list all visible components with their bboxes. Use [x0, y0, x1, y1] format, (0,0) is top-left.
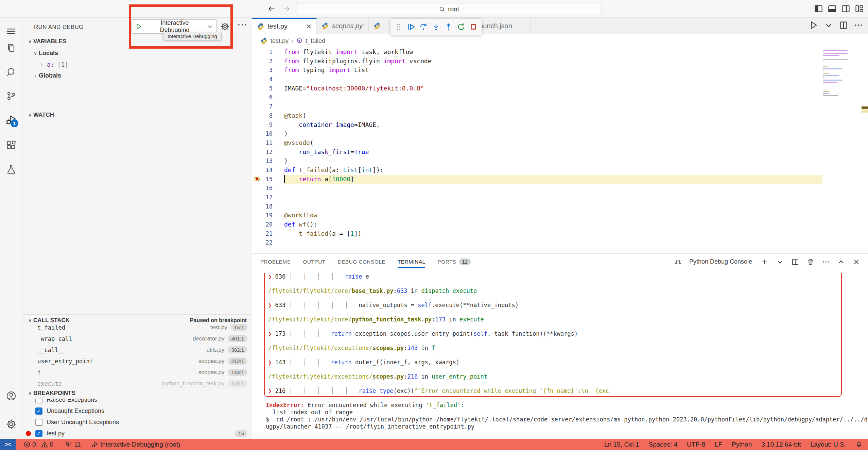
debug-session-status[interactable]: Interactive Debugging (root) — [91, 441, 180, 448]
stack-frame[interactable]: fscopes.py143:1 — [22, 367, 252, 378]
start-debug-icon[interactable] — [135, 23, 142, 30]
code-line[interactable]: 4 — [252, 75, 868, 84]
code-line[interactable]: 5IMAGE="localhost:30000/flytekit:0.0.8" — [252, 84, 868, 93]
close-panel-icon[interactable] — [852, 258, 861, 266]
panel-more-actions-icon[interactable] — [822, 258, 830, 266]
restart-icon[interactable] — [457, 22, 466, 31]
back-arrow-icon[interactable] — [267, 4, 276, 13]
status-item[interactable]: UTF-8 — [687, 441, 705, 448]
terminal-instance-label[interactable]: Python Debug Console — [689, 258, 752, 265]
step-into-icon[interactable] — [432, 22, 440, 31]
line-number[interactable]: 3 — [252, 66, 284, 75]
line-number[interactable]: 14 — [252, 166, 284, 175]
split-terminal-icon[interactable] — [791, 258, 799, 266]
line-number[interactable]: 4 — [252, 75, 284, 84]
code-editor[interactable]: 1from flytekit import task, workflow2fro… — [252, 48, 868, 253]
panel-tab-ports[interactable]: PORTS11 — [437, 259, 471, 265]
code-line[interactable]: 19@workflow — [252, 211, 868, 220]
search-sidebar-icon[interactable] — [6, 67, 17, 78]
debug-config-dropdown[interactable]: Interactive Debugging — [131, 19, 217, 34]
step-over-icon[interactable] — [419, 22, 428, 31]
code-line[interactable]: 12 run_task_first=True — [252, 148, 868, 157]
panel-tab-problems[interactable]: PROBLEMS — [260, 259, 291, 265]
source-control-icon[interactable] — [6, 90, 17, 101]
step-out-icon[interactable] — [444, 22, 453, 31]
run-dropdown-chevron-icon[interactable] — [824, 20, 833, 30]
line-number[interactable]: 10 — [252, 129, 284, 138]
minimap[interactable] — [822, 48, 850, 253]
status-item[interactable]: Ln 15, Col 1 — [604, 441, 639, 448]
stack-frame[interactable]: executepython_function_task.py173:1 — [22, 378, 252, 387]
breakpoint-current-icon[interactable] — [254, 176, 261, 183]
remote-indicator[interactable]: >< — [0, 439, 16, 450]
line-number[interactable]: 11 — [252, 138, 284, 148]
panel-tab-output[interactable]: OUTPUT — [303, 259, 325, 265]
account-icon[interactable] — [6, 390, 17, 401]
breakpoint-checkbox[interactable]: ✓ — [35, 430, 42, 437]
code-line[interactable]: 16 — [252, 184, 868, 193]
breakpoint-checkbox[interactable]: ✓ — [35, 407, 42, 415]
code-line[interactable]: 15 return a[10000] — [252, 175, 868, 184]
breadcrumb-file[interactable]: test.py — [271, 37, 289, 45]
forward-arrow-icon[interactable] — [282, 4, 291, 13]
watch-section-header[interactable]: ∨WATCH — [22, 110, 252, 120]
editor-scrollbar[interactable] — [850, 48, 861, 253]
testing-icon[interactable] — [6, 164, 17, 175]
maximize-panel-icon[interactable] — [837, 258, 845, 266]
line-number[interactable]: 1 — [252, 48, 284, 57]
explorer-icon[interactable] — [6, 43, 17, 54]
locals-scope[interactable]: ∨Locals — [22, 48, 252, 59]
code-line[interactable]: 13) — [252, 156, 868, 166]
notifications-bell-icon[interactable] — [855, 441, 863, 448]
line-number[interactable]: 13 — [252, 156, 284, 166]
split-editor-icon[interactable] — [839, 20, 848, 30]
code-line[interactable]: 10) — [252, 129, 868, 138]
new-terminal-icon[interactable] — [761, 258, 769, 266]
line-number[interactable]: 15 — [252, 175, 284, 184]
variables-section-header[interactable]: ∨VARIABLES — [22, 36, 252, 47]
stack-frame[interactable]: t_failedtest.py15:1 — [22, 322, 252, 333]
problems-status[interactable]: 0 0 — [23, 441, 53, 448]
line-number[interactable]: 18 — [252, 202, 284, 211]
views-more-actions-icon[interactable]: ⋯ — [237, 18, 248, 30]
line-number[interactable]: 7 — [252, 102, 284, 111]
line-number[interactable]: 9 — [252, 120, 284, 130]
breakpoint-checkbox[interactable] — [35, 419, 42, 426]
toggle-sidebar-icon[interactable] — [814, 4, 823, 13]
code-line[interactable]: 11@vscode( — [252, 138, 868, 148]
stack-frame[interactable]: _wrap_calldecorator.py401:1 — [22, 333, 252, 344]
line-number[interactable]: 2 — [252, 57, 284, 66]
run-python-file-icon[interactable] — [809, 20, 818, 30]
code-line[interactable]: 2from flytekitplugins.flyin import vscod… — [252, 57, 868, 66]
code-line[interactable]: 18 — [252, 202, 868, 211]
stack-frame[interactable]: __call__utils.py382:1 — [22, 344, 252, 355]
line-number[interactable]: 19 — [252, 211, 284, 220]
code-line[interactable]: 7 — [252, 102, 868, 111]
ports-status[interactable]: 11 — [65, 441, 81, 448]
code-line[interactable]: 20def wf(): — [252, 220, 868, 229]
continue-icon[interactable] — [407, 22, 416, 31]
code-line[interactable]: 22 — [252, 238, 868, 247]
code-line[interactable]: 21 t_failed(a = [1]) — [252, 229, 868, 238]
code-line[interactable]: 9 container_image=IMAGE, — [252, 120, 868, 130]
globals-scope[interactable]: ›Globals — [22, 70, 252, 81]
breakpoints-section-header[interactable]: ∨BREAKPOINTS — [22, 388, 252, 399]
menu-icon[interactable] — [6, 26, 17, 37]
status-item[interactable]: LF — [715, 441, 722, 448]
close-tab-icon[interactable]: ✕ — [306, 22, 312, 31]
toolbar-drag-handle[interactable] — [394, 22, 403, 31]
search-input[interactable]: root — [296, 3, 602, 15]
toggle-panel-icon[interactable] — [828, 4, 837, 13]
status-item[interactable]: Python — [732, 441, 752, 448]
variable-a[interactable]: › a: [1] — [22, 59, 252, 70]
customize-layout-icon[interactable] — [855, 4, 864, 13]
run-and-debug-icon[interactable]: 1 — [6, 115, 17, 126]
code-line[interactable]: 14def t_failed(a: List[int]): — [252, 166, 868, 175]
line-number[interactable]: 22 — [252, 238, 284, 247]
settings-gear-icon[interactable] — [6, 419, 17, 430]
line-number[interactable]: 20 — [252, 220, 284, 229]
line-number[interactable]: 16 — [252, 184, 284, 193]
tab-test.py[interactable]: test.py✕ — [252, 18, 317, 34]
panel-tab-terminal[interactable]: TERMINAL — [398, 259, 426, 265]
stop-icon[interactable] — [469, 22, 478, 31]
